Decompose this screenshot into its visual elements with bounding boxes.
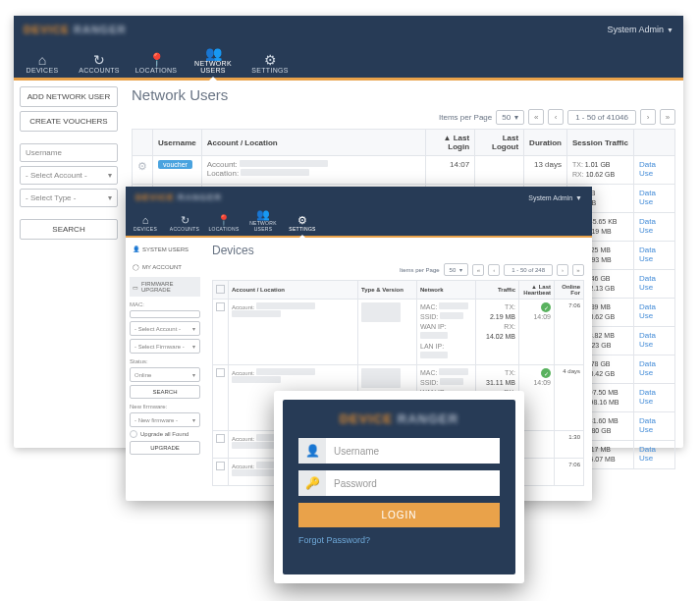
firmware-select[interactable]: - Select Firmware -▾ — [130, 339, 200, 354]
type-select[interactable]: - Select Type -▾ — [20, 189, 118, 207]
pin-icon: 📍 — [128, 53, 185, 67]
search-button[interactable]: SEARCH — [20, 219, 118, 240]
mac-input[interactable] — [130, 310, 200, 318]
data-use-link[interactable]: Data Use — [639, 359, 656, 377]
login-form: DEVICE RANGER 👤 Username 🔑 Password LOGI… — [283, 400, 515, 574]
col-traffic[interactable]: Traffic — [476, 281, 519, 300]
page-prev-button[interactable]: ‹ — [488, 264, 500, 276]
ok-icon: ✓ — [541, 368, 551, 378]
account-select[interactable]: - Select Account -▾ — [130, 321, 200, 336]
col-duration[interactable]: Duration — [524, 130, 567, 156]
sidebar-my-account[interactable]: ◯MY ACCOUNT — [130, 259, 200, 274]
circle-icon: ◯ — [133, 263, 139, 270]
page-range: 1 - 50 of 248 — [504, 264, 553, 276]
brand-logo: DEVICE RANGER — [298, 411, 500, 426]
nav-locations[interactable]: 📍LOCATIONS — [204, 215, 243, 236]
login-button[interactable]: LOGIN — [298, 503, 500, 527]
upgrade-button[interactable]: UPGRADE — [130, 441, 200, 455]
col-account[interactable]: Account / Location — [229, 281, 358, 300]
page-last-button[interactable]: » — [572, 264, 584, 276]
table-row: ⚙voucherAccount: Location: 14:0713 daysT… — [133, 156, 675, 185]
data-use-link[interactable]: Data Use — [639, 189, 656, 206]
voucher-chip: voucher — [158, 160, 192, 169]
search-button[interactable]: SEARCH — [130, 385, 200, 399]
page-prev-button[interactable]: ‹ — [548, 109, 564, 125]
data-use-link[interactable]: Data Use — [639, 302, 656, 320]
data-use-link[interactable]: Data Use — [639, 416, 656, 434]
users-icon: 👥 — [185, 46, 242, 60]
nav-accounts[interactable]: ↻ACCOUNTS — [71, 53, 128, 78]
nav-settings[interactable]: ⚙SETTINGS — [242, 53, 298, 78]
col-account[interactable]: Account / Location — [201, 130, 425, 156]
table-row: Account: MAC: SSID: WAN IP: LAN IP: TX:2… — [213, 300, 584, 365]
col-type[interactable]: Type & Version — [358, 281, 417, 300]
data-use-link[interactable]: Data Use — [639, 445, 656, 463]
col-heartbeat[interactable]: ▲ Last Heartbeat — [519, 281, 555, 300]
nav-devices[interactable]: ⌂DEVICES — [126, 215, 165, 236]
sidebar-firmware-upgrade[interactable]: ▭FIRMWARE UPGRADE — [130, 277, 200, 297]
page-first-button[interactable]: « — [528, 109, 544, 125]
per-page-select[interactable]: 50▾ — [496, 110, 524, 125]
nav-devices[interactable]: ⌂DEVICES — [14, 53, 71, 78]
col-username[interactable]: Username — [153, 130, 202, 156]
status-select[interactable]: Online▾ — [130, 367, 200, 382]
nav-accounts[interactable]: ↻ACCOUNTS — [165, 215, 204, 236]
data-use-link[interactable]: Data Use — [639, 246, 656, 263]
data-use-link[interactable]: Data Use — [639, 217, 656, 235]
col-last-logout[interactable]: Last Logout — [475, 130, 524, 156]
user-icon: 👤 — [298, 438, 326, 464]
brand-logo: DEVICE RANGER — [24, 24, 127, 35]
new-firmware-label: New firmware: — [130, 404, 200, 410]
chevron-down-icon: ▾ — [108, 193, 112, 202]
col-traffic[interactable]: Session Traffic — [567, 130, 634, 156]
col-network[interactable]: Network — [417, 281, 476, 300]
data-use-link[interactable]: Data Use — [639, 388, 656, 406]
chevron-down-icon: ▾ — [514, 113, 518, 122]
page-first-button[interactable]: « — [472, 264, 484, 276]
add-network-user-button[interactable]: ADD NETWORK USER — [20, 86, 118, 107]
data-use-link[interactable]: Data Use — [639, 274, 656, 292]
per-page-label: Items per Page — [439, 113, 492, 122]
page-range: 1 - 50 of 41046 — [567, 110, 636, 125]
username-field[interactable]: 👤 Username — [298, 438, 500, 464]
password-field[interactable]: 🔑 Password — [298, 470, 500, 496]
forgot-password-link[interactable]: Forgot Password? — [298, 535, 500, 545]
data-use-link[interactable]: Data Use — [639, 160, 656, 178]
upgrade-all-radio[interactable] — [130, 430, 137, 438]
chevron-down-icon: ▾ — [108, 171, 112, 180]
row-checkbox[interactable] — [216, 434, 225, 443]
row-checkbox[interactable] — [216, 302, 225, 311]
key-icon: 🔑 — [298, 470, 326, 496]
col-online[interactable]: Online For — [555, 281, 584, 300]
header-bar: DEVICE RANGER System Admin▼ — [126, 187, 592, 208]
user-menu[interactable]: System Admin▼ — [528, 194, 582, 201]
main-nav: ⌂DEVICES ↻ACCOUNTS 📍LOCATIONS 👥NETWORK U… — [126, 208, 592, 238]
row-checkbox[interactable] — [216, 462, 225, 470]
page-last-button[interactable]: » — [660, 109, 675, 125]
chevron-down-icon: ▼ — [575, 194, 582, 201]
col-last-login[interactable]: ▲ Last Login — [426, 130, 475, 156]
new-firmware-select[interactable]: - New firmware -▾ — [130, 412, 200, 427]
create-vouchers-button[interactable]: CREATE VOUCHERS — [20, 111, 118, 132]
chevron-down-icon: ▼ — [667, 27, 673, 33]
gear-icon: ⚙ — [242, 53, 298, 67]
nav-network-users[interactable]: 👥NETWORK USERS — [185, 46, 242, 78]
username-input[interactable]: Username — [20, 143, 118, 162]
router-icon: ⌂ — [14, 53, 71, 67]
data-use-link[interactable]: Data Use — [639, 331, 656, 349]
nav-network-users[interactable]: 👥NETWORK USERS — [243, 209, 283, 236]
row-checkbox[interactable] — [216, 368, 225, 377]
sidebar-system-users[interactable]: 👤SYSTEM USERS — [130, 242, 200, 256]
nav-settings[interactable]: ⚙SETTINGS — [283, 215, 322, 236]
select-all-checkbox[interactable] — [216, 285, 225, 294]
main-nav: ⌂DEVICES ↻ACCOUNTS 📍LOCATIONS 👥NETWORK U… — [14, 43, 683, 81]
page-next-button[interactable]: › — [640, 109, 656, 125]
per-page-select[interactable]: 50▾ — [444, 263, 469, 276]
gear-icon[interactable]: ⚙ — [137, 160, 147, 172]
account-select[interactable]: - Select Account -▾ — [20, 166, 118, 185]
nav-locations[interactable]: 📍LOCATIONS — [128, 53, 185, 78]
pagination-toolbar: Items per Page 50▾ « ‹ 1 - 50 of 41046 ›… — [132, 109, 675, 125]
user-menu[interactable]: System Admin▼ — [608, 25, 673, 34]
page-next-button[interactable]: › — [557, 264, 568, 276]
sidebar: 👤SYSTEM USERS ◯MY ACCOUNT ▭FIRMWARE UPGR… — [126, 238, 204, 499]
